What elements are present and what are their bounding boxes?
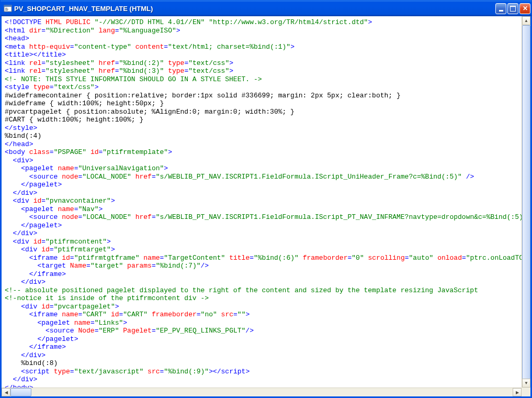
code-line[interactable]: </iframe>	[5, 270, 518, 279]
code-line[interactable]: <iframe name="CART" id="CART" frameborde…	[5, 311, 518, 319]
svg-rect-1	[4, 5, 12, 7]
code-line[interactable]: %bind(:8)	[5, 359, 518, 368]
code-line[interactable]: <head>	[5, 35, 518, 43]
code-line[interactable]: <div id="pvnavcontainer">	[5, 197, 518, 205]
code-line[interactable]: </pagelet>	[5, 335, 518, 344]
code-line[interactable]: <pagelet name="Links">	[5, 319, 518, 327]
scroll-right-button[interactable]: ▶	[513, 388, 522, 396]
code-line[interactable]: <link rel="stylesheet" href="%bind(:3)" …	[5, 67, 518, 75]
code-line[interactable]: <div id="ptifrmcontent">	[5, 238, 518, 246]
code-line[interactable]: #wideframecontainer { position:relative;…	[5, 92, 518, 100]
code-line[interactable]: <!DOCTYPE HTML PUBLIC "-//W3C//DTD HTML …	[5, 18, 518, 27]
code-line[interactable]: <source node="LOCAL_NODE" href="s/WEBLIB…	[5, 173, 518, 181]
code-line[interactable]: <script type="text/javascript" src="%bin…	[5, 368, 518, 376]
code-editor[interactable]: <!DOCTYPE HTML PUBLIC "-//W3C//DTD HTML …	[2, 16, 522, 388]
vertical-scrollbar[interactable]: ▲ ▼	[522, 16, 530, 388]
scroll-corner	[522, 388, 530, 396]
code-line[interactable]: </pagelet>	[5, 222, 518, 230]
code-line[interactable]: <source Node="ERP" Pagelet="EP_PV_REQ_LI…	[5, 327, 518, 335]
code-line[interactable]: </div>	[5, 351, 518, 360]
titlebar[interactable]: PV_SHOPCART_HNAV_TEMPLATE (HTML)	[1, 1, 531, 16]
code-line[interactable]: </head>	[5, 140, 518, 149]
code-line[interactable]: </iframe>	[5, 343, 518, 351]
code-line[interactable]: <html dir="%Direction" lang="%LanguageIS…	[5, 27, 518, 35]
code-line[interactable]: <div id="pvcartpagelet">	[5, 303, 518, 311]
svg-rect-4	[5, 10, 8, 10]
window-icon	[4, 4, 12, 13]
code-line[interactable]: </div>	[5, 229, 518, 238]
code-line[interactable]: #pvcartpagelet { position:absolute; %Ali…	[5, 108, 518, 116]
code-line[interactable]: <div id="ptifrmtarget">	[5, 246, 518, 254]
code-line[interactable]: </div>	[5, 278, 518, 286]
svg-rect-3	[5, 9, 8, 9]
code-line[interactable]: %bind(:4)	[5, 132, 518, 140]
code-line[interactable]: #wideframe { width:100%; height:50px; }	[5, 100, 518, 108]
code-line[interactable]: <meta http-equiv="content-type" content=…	[5, 43, 518, 51]
code-line[interactable]: <pagelet name="UniversalNavigation">	[5, 164, 518, 173]
code-line[interactable]: <body class="PSPAGE" id="ptifrmtemplate"…	[5, 148, 518, 157]
code-line[interactable]: <!-notice it is inside of the ptifrmcont…	[5, 294, 518, 303]
code-line[interactable]: <style type="text/css">	[5, 83, 518, 92]
code-line[interactable]: #CART { width:100%; height:100%; }	[5, 116, 518, 124]
scroll-left-button[interactable]: ◀	[2, 388, 10, 396]
code-line[interactable]: <source node="LOCAL_NODE" href="s/WEBLIB…	[5, 213, 518, 222]
code-line[interactable]: <title></title>	[5, 51, 518, 59]
code-line[interactable]: <target Name="target" params="%bind(:7)"…	[5, 262, 518, 270]
maximize-button[interactable]	[507, 3, 518, 14]
minimize-button[interactable]	[495, 3, 506, 14]
code-line[interactable]: <!-- absolute positioned pagelet display…	[5, 286, 518, 295]
code-line[interactable]: <div>	[5, 157, 518, 165]
close-button[interactable]	[519, 3, 530, 14]
vertical-scroll-thumb[interactable]	[522, 25, 530, 380]
code-line[interactable]: <iframe id="ptifrmtgtframe" name="Target…	[5, 254, 518, 262]
code-line[interactable]: </div>	[5, 375, 518, 384]
svg-rect-2	[5, 8, 7, 8]
code-line[interactable]: </body>	[5, 384, 518, 388]
code-line[interactable]: <!- NOTE: THIS STYLE INFORMATION SHOULD …	[5, 75, 518, 84]
content-area: <!DOCTYPE HTML PUBLIC "-//W3C//DTD HTML …	[1, 16, 531, 397]
window-title: PV_SHOPCART_HNAV_TEMPLATE (HTML)	[14, 5, 495, 13]
horizontal-scroll-thumb[interactable]	[10, 388, 31, 396]
scroll-down-button[interactable]: ▼	[522, 379, 530, 388]
scroll-up-button[interactable]: ▲	[522, 16, 530, 25]
code-line[interactable]: </pagelet>	[5, 181, 518, 189]
horizontal-scrollbar[interactable]: ◀ ▶	[2, 388, 522, 396]
editor-window: PV_SHOPCART_HNAV_TEMPLATE (HTML) <!DOCTY…	[0, 0, 532, 398]
code-line[interactable]: <pagelet name="Nav">	[5, 205, 518, 214]
code-line[interactable]: </style>	[5, 124, 518, 132]
code-line[interactable]: </div>	[5, 189, 518, 197]
code-line[interactable]: <link rel="stylesheet" href="%bind(:2)" …	[5, 59, 518, 68]
